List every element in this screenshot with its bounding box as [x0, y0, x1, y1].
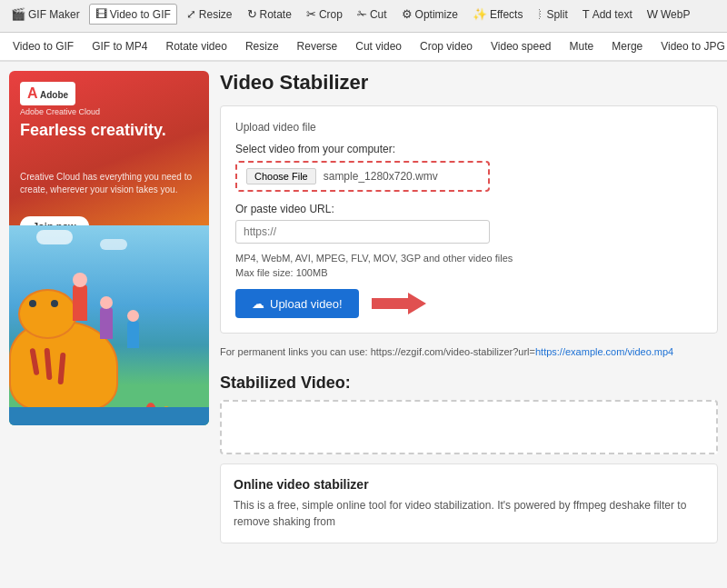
info-card-title: Online video stabilizer	[234, 477, 704, 492]
toolbar-resize-label: Resize	[199, 8, 233, 21]
nav-video-to-jpg[interactable]: Video to JPG	[652, 33, 727, 62]
nav-video-speed[interactable]: Video speed	[482, 33, 561, 62]
rotate-icon: ↻	[247, 7, 257, 21]
url-input[interactable]	[235, 220, 490, 244]
optimize-icon: ⚙	[402, 7, 413, 21]
toolbar-gif-maker-label: GIF Maker	[28, 8, 80, 21]
toolbar-effects[interactable]: ✨ Effects	[467, 5, 528, 24]
permanent-link-url[interactable]: https://example.com/video.mp4	[535, 346, 673, 357]
file-input-row: Choose File sample_1280x720.wmv	[235, 161, 490, 192]
resize-icon: ⤢	[186, 7, 196, 21]
nav-merge[interactable]: Merge	[603, 33, 652, 62]
upload-button[interactable]: ☁ Upload video!	[235, 289, 359, 318]
permanent-link-text: For permanent links you can use: https:/…	[220, 346, 535, 357]
toolbar-webp-label: WebP	[661, 8, 690, 21]
toolbar-cut-label: Cut	[370, 8, 387, 21]
webp-icon: W	[647, 7, 658, 21]
toolbar-resize[interactable]: ⤢ Resize	[181, 5, 238, 24]
adobe-logo: A Adobe	[20, 82, 75, 105]
nav-cut-video[interactable]: Cut video	[346, 33, 411, 62]
main-content: A Adobe Adobe Creative Cloud Fearless cr…	[0, 62, 727, 553]
ad-headline: Fearless creativity.	[20, 121, 198, 141]
toolbar-add-text-label: Add text	[593, 8, 632, 21]
nav-crop-video[interactable]: Crop video	[411, 33, 482, 62]
svg-marker-0	[372, 293, 426, 314]
toolbar-optimize-label: Optimize	[415, 8, 458, 21]
video-to-gif-icon: 🎞	[95, 7, 107, 21]
crop-icon: ✂	[306, 7, 316, 21]
info-card-text: This is a free, simple online tool for v…	[234, 497, 704, 530]
toolbar-rotate-label: Rotate	[260, 8, 292, 21]
nav-reverse[interactable]: Reverse	[288, 33, 347, 62]
cut-icon: ✁	[357, 7, 367, 21]
ad-brand: Adobe Creative Cloud	[20, 107, 100, 116]
upload-card: Upload video file Select video from your…	[220, 105, 718, 334]
toolbar-split[interactable]: ⧘ Split	[532, 5, 573, 24]
nav-resize[interactable]: Resize	[236, 33, 288, 62]
split-icon: ⧘	[537, 7, 543, 21]
toolbar-gif-maker[interactable]: 🎬 GIF Maker	[5, 5, 85, 24]
add-text-icon: T	[583, 7, 590, 21]
ad-illustration	[9, 225, 209, 425]
stabilized-area	[220, 400, 718, 454]
gif-maker-icon: 🎬	[11, 7, 25, 21]
toolbar-rotate[interactable]: ↻ Rotate	[242, 5, 297, 24]
toolbar-crop[interactable]: ✂ Crop	[301, 5, 348, 24]
info-card: Online video stabilizer This is a free, …	[220, 463, 718, 543]
toolbar-cut[interactable]: ✁ Cut	[352, 5, 393, 24]
stabilized-section: Stabilized Video: Online video stabilize…	[220, 374, 718, 543]
nav-rotate-video[interactable]: Rotate video	[157, 33, 236, 62]
nav-bar: Video to GIF GIF to MP4 Rotate video Res…	[0, 33, 727, 62]
upload-button-label: Upload video!	[270, 297, 343, 311]
toolbar-crop-label: Crop	[319, 8, 343, 21]
file-name-display: sample_1280x720.wmv	[324, 170, 438, 183]
upload-icon: ☁	[252, 296, 264, 311]
choose-file-button[interactable]: Choose File	[246, 168, 316, 184]
toolbar-webp[interactable]: W WebP	[642, 5, 696, 24]
toolbar-split-label: Split	[546, 8, 567, 21]
nav-gif-to-mp4[interactable]: GIF to MP4	[83, 33, 156, 62]
toolbar-add-text[interactable]: T Add text	[577, 5, 638, 24]
page-title: Video Stabilizer	[220, 71, 718, 95]
effects-icon: ✨	[473, 7, 487, 21]
toolbar-video-to-gif-label: Video to GIF	[110, 8, 171, 21]
select-video-label: Select video from your computer:	[235, 143, 702, 155]
supported-formats: MP4, WebM, AVI, MPEG, FLV, MOV, 3GP and …	[235, 253, 702, 264]
upload-card-title: Upload video file	[235, 121, 702, 134]
arrow-indicator	[372, 291, 426, 316]
ad-panel[interactable]: A Adobe Adobe Creative Cloud Fearless cr…	[9, 71, 209, 425]
stabilized-title: Stabilized Video:	[220, 374, 718, 393]
right-content: Video Stabilizer Upload video file Selec…	[220, 71, 718, 543]
nav-video-to-gif[interactable]: Video to GIF	[4, 33, 83, 62]
upload-btn-row: ☁ Upload video!	[235, 289, 702, 318]
toolbar-video-to-gif[interactable]: 🎞 Video to GIF	[89, 4, 177, 25]
top-toolbar: 🎬 GIF Maker 🎞 Video to GIF ⤢ Resize ↻ Ro…	[0, 0, 727, 33]
max-size: Max file size: 100MB	[235, 267, 702, 278]
ad-subtext: Creative Cloud has everything you need t…	[20, 171, 198, 196]
nav-mute[interactable]: Mute	[561, 33, 603, 62]
toolbar-effects-label: Effects	[490, 8, 523, 21]
or-paste-label: Or paste video URL:	[235, 203, 702, 215]
toolbar-optimize[interactable]: ⚙ Optimize	[396, 5, 463, 24]
permanent-link: For permanent links you can use: https:/…	[220, 343, 718, 361]
